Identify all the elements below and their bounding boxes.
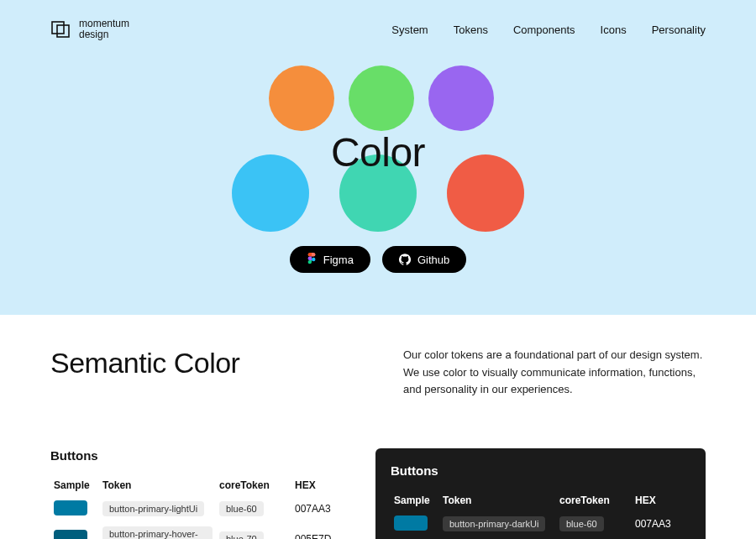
th-hex: HEX: [291, 474, 350, 496]
figma-icon: [307, 253, 317, 266]
intro-row: Semantic Color Our color tokens are a fo…: [50, 347, 706, 397]
color-swatch: [54, 500, 87, 515]
th-sample: Sample: [391, 489, 439, 511]
brand-text: momentum design: [79, 18, 129, 40]
hero-title: Color: [331, 128, 425, 175]
th-token: Token: [439, 489, 556, 511]
hero-links: Figma Github: [50, 246, 706, 273]
figma-link[interactable]: Figma: [290, 246, 370, 273]
core-token-chip: blue-70: [219, 531, 264, 539]
section-description: Our color tokens are a foundational part…: [403, 347, 706, 397]
tables-row: Buttons Sample Token coreToken HEX butto…: [50, 448, 706, 539]
token-chip: button-primary-darkUi: [443, 516, 545, 531]
topbar: momentum design System Tokens Components…: [50, 18, 706, 40]
github-link[interactable]: Github: [382, 246, 466, 273]
th-core: coreToken: [216, 474, 291, 496]
hex-value: 007AA3: [291, 496, 350, 522]
circle-cyan: [232, 154, 309, 232]
light-panel-title: Buttons: [50, 448, 350, 463]
main-nav: System Tokens Components Icons Personali…: [391, 24, 706, 36]
svg-rect-1: [57, 25, 69, 37]
table-row: button-primary-darkUiblue-60007AA3: [391, 511, 690, 537]
figma-label: Figma: [323, 254, 354, 266]
dark-tbody: button-primary-darkUiblue-60007AA3button…: [391, 511, 690, 539]
content-section: Semantic Color Our color tokens are a fo…: [0, 315, 756, 539]
table-row: button-primary-hover-lightUiblue-70005E7…: [50, 522, 350, 539]
hex-value: 007AA3: [632, 511, 690, 537]
nav-personality[interactable]: Personality: [652, 24, 706, 36]
nav-icons[interactable]: Icons: [601, 24, 627, 36]
token-chip: button-primary-hover-lightUi: [102, 526, 213, 539]
github-label: Github: [417, 254, 449, 266]
light-panel: Buttons Sample Token coreToken HEX butto…: [50, 448, 350, 539]
circle-orange: [269, 65, 334, 131]
dark-panel-title: Buttons: [391, 463, 690, 478]
light-table: Sample Token coreToken HEX button-primar…: [50, 474, 350, 539]
core-token-chip: blue-60: [219, 501, 264, 516]
th-sample: Sample: [50, 474, 99, 496]
hero-graphic: Color: [202, 65, 554, 238]
github-icon: [399, 254, 411, 265]
section-title: Semantic Color: [50, 347, 370, 379]
core-token-chip: blue-60: [559, 516, 604, 531]
th-hex: HEX: [632, 489, 690, 511]
svg-rect-0: [52, 22, 64, 34]
dark-panel: Buttons Sample Token coreToken HEX butto…: [375, 448, 706, 539]
light-tbody: button-primary-lightUiblue-60007AA3butto…: [50, 496, 350, 539]
circle-red: [447, 154, 524, 232]
circle-purple: [428, 65, 494, 131]
color-swatch: [54, 530, 87, 539]
th-core: coreToken: [556, 489, 632, 511]
circle-green: [349, 65, 414, 131]
nav-system[interactable]: System: [391, 24, 428, 36]
brand-line2: design: [79, 29, 129, 40]
brand[interactable]: momentum design: [50, 18, 129, 40]
dark-table: Sample Token coreToken HEX button-primar…: [391, 489, 690, 539]
nav-components[interactable]: Components: [513, 24, 575, 36]
hero-section: momentum design System Tokens Components…: [0, 0, 756, 315]
hex-value: 005E7D: [291, 522, 350, 539]
svg-point-2: [312, 258, 315, 261]
nav-tokens[interactable]: Tokens: [454, 24, 488, 36]
token-chip: button-primary-lightUi: [102, 501, 204, 516]
table-row: button-primary-lightUiblue-60007AA3: [50, 496, 350, 522]
th-token: Token: [99, 474, 216, 496]
color-swatch: [394, 515, 428, 531]
brand-logo-icon: [50, 19, 71, 39]
